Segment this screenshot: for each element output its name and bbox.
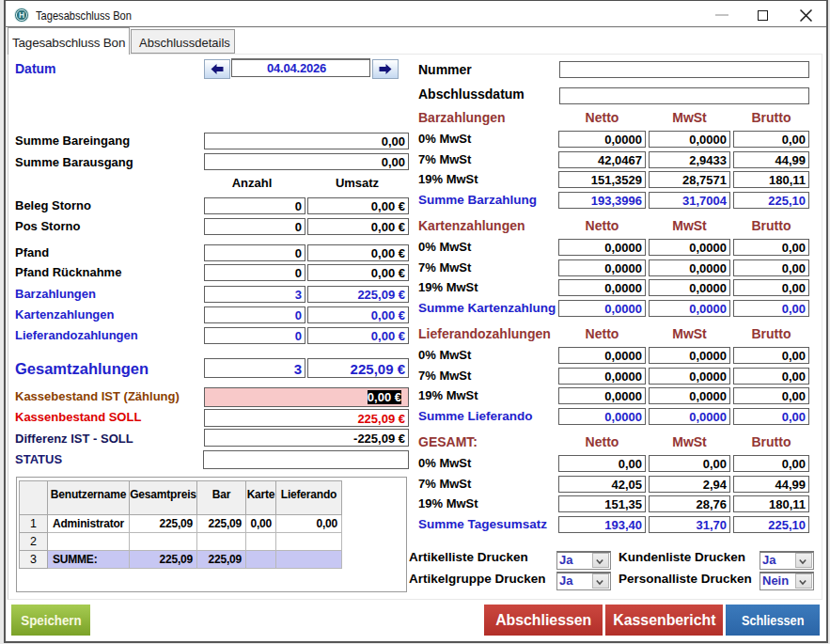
- svg-text:H: H: [19, 10, 24, 20]
